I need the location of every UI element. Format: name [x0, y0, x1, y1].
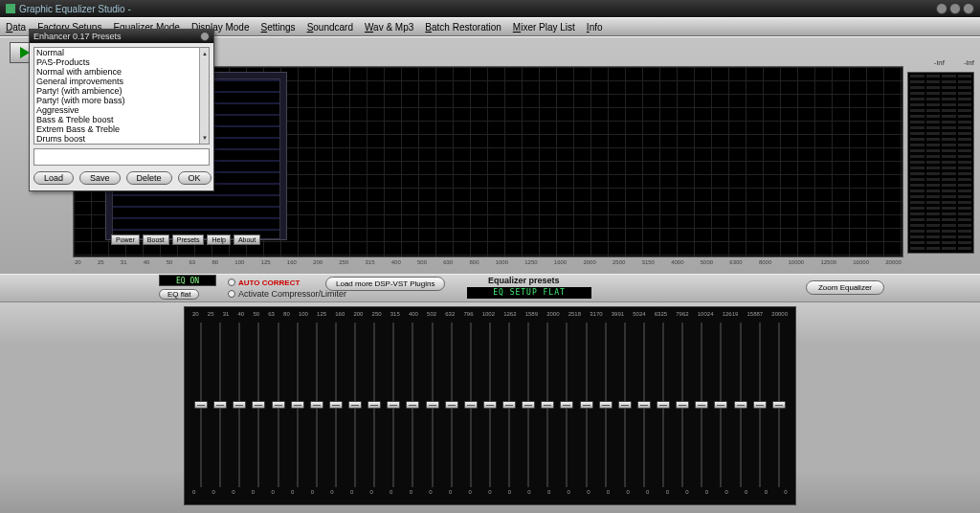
eq-slider[interactable] [770, 321, 788, 489]
list-item[interactable]: Drums boost [35, 134, 208, 144]
eq-slider[interactable] [462, 321, 479, 489]
eq-slider[interactable] [751, 321, 768, 489]
slider-thumb[interactable] [291, 401, 304, 409]
minimize-icon[interactable] [936, 3, 947, 14]
slider-thumb[interactable] [637, 401, 651, 409]
eq-slider[interactable] [578, 321, 595, 489]
scrollbar[interactable] [199, 48, 209, 144]
slider-thumb[interactable] [734, 401, 747, 409]
eq-slider[interactable] [635, 321, 653, 489]
slider-thumb[interactable] [714, 401, 727, 409]
enhancer-power-button[interactable]: Power [111, 234, 140, 245]
enhancer-presets-button[interactable]: Presets [172, 234, 205, 245]
eq-slider[interactable] [674, 321, 691, 489]
slider-thumb[interactable] [599, 401, 612, 409]
slider-thumb[interactable] [618, 401, 632, 409]
slider-thumb[interactable] [348, 401, 362, 409]
eq-slider[interactable] [212, 321, 229, 489]
presets-dialog[interactable]: Enhancer 0.17 Presets NormalPAS-Products… [29, 29, 214, 191]
eq-slider[interactable] [231, 321, 248, 489]
slider-thumb[interactable] [676, 401, 689, 409]
menu-mixer-play-list[interactable]: Mixer Play List [513, 22, 575, 33]
list-item[interactable]: Party! (with more bass) [35, 96, 208, 105]
eq-slider[interactable] [732, 321, 749, 489]
eq-slider[interactable] [501, 321, 518, 489]
eq-slider[interactable] [270, 321, 287, 489]
load-vst-button[interactable]: Load more DSP-VST Plugins [325, 277, 445, 291]
slider-thumb[interactable] [522, 401, 535, 409]
slider-thumb[interactable] [753, 401, 767, 409]
eq-slider[interactable] [192, 321, 210, 489]
list-item[interactable]: Bass & Treble boost [35, 115, 208, 124]
eq-slider[interactable] [308, 321, 325, 489]
radio-auto-correct[interactable] [228, 279, 235, 286]
list-item[interactable]: General improvements [35, 77, 208, 86]
dialog-titlebar[interactable]: Enhancer 0.17 Presets [30, 30, 213, 43]
ok-button[interactable]: OK [178, 171, 212, 185]
eq-slider[interactable] [481, 321, 499, 489]
menu-data[interactable]: Data [6, 22, 26, 33]
maximize-icon[interactable] [949, 3, 961, 14]
eq-slider[interactable] [385, 321, 402, 489]
slider-thumb[interactable] [406, 401, 419, 409]
list-item[interactable]: Extrem Bass & Treble [35, 124, 208, 134]
menu-settings[interactable]: Settings [260, 22, 295, 33]
slider-thumb[interactable] [426, 401, 439, 409]
close-icon[interactable] [963, 3, 974, 14]
eq-slider[interactable] [443, 321, 460, 489]
slider-thumb[interactable] [272, 401, 285, 409]
zoom-equalizer-button[interactable]: Zoom Equalizer [806, 280, 884, 295]
slider-thumb[interactable] [213, 401, 227, 409]
slider-thumb[interactable] [464, 401, 478, 409]
slider-thumb[interactable] [483, 401, 497, 409]
eq-slider[interactable] [558, 321, 575, 489]
list-item[interactable]: PAS-Products [35, 57, 208, 67]
list-item[interactable]: Normal [35, 48, 208, 57]
dialog-close-icon[interactable] [200, 32, 210, 41]
eq-slider[interactable] [655, 321, 672, 489]
eq-slider[interactable] [597, 321, 614, 489]
slider-thumb[interactable] [310, 401, 323, 409]
eq-slider[interactable] [539, 321, 556, 489]
list-item[interactable]: Aggressive [35, 105, 208, 115]
eq-slider[interactable] [289, 321, 306, 489]
list-item[interactable]: Party! (with ambience) [35, 86, 208, 96]
preset-list[interactable]: NormalPAS-ProductsNormal with ambienceGe… [33, 47, 210, 145]
slider-thumb[interactable] [657, 401, 670, 409]
slider-thumb[interactable] [252, 401, 265, 409]
slider-thumb[interactable] [580, 401, 593, 409]
eq-slider[interactable] [520, 321, 537, 489]
slider-thumb[interactable] [772, 401, 786, 409]
menu-soundcard[interactable]: Soundcard [307, 22, 353, 33]
enhancer-boost-button[interactable]: Boost [143, 234, 169, 245]
save-button[interactable]: Save [79, 171, 121, 185]
eq-slider[interactable] [616, 321, 634, 489]
slider-thumb[interactable] [695, 401, 708, 409]
radio-compressor[interactable] [228, 290, 235, 298]
eq-flat-button[interactable]: EQ flat [159, 289, 199, 300]
menu-wav-mp3[interactable]: Wav & Mp3 [365, 22, 413, 33]
enhancer-about-button[interactable]: About [234, 234, 260, 245]
slider-thumb[interactable] [502, 401, 516, 409]
slider-thumb[interactable] [445, 401, 458, 409]
slider-thumb[interactable] [368, 401, 381, 409]
slider-thumb[interactable] [329, 401, 343, 409]
delete-button[interactable]: Delete [126, 171, 172, 185]
slider-thumb[interactable] [233, 401, 246, 409]
load-button[interactable]: Load [33, 171, 74, 185]
eq-slider[interactable] [366, 321, 383, 489]
eq-slider[interactable] [327, 321, 345, 489]
slider-thumb[interactable] [387, 401, 400, 409]
enhancer-help-button[interactable]: Help [207, 234, 230, 245]
list-item[interactable]: Deep Bass boost [35, 144, 208, 145]
slider-thumb[interactable] [560, 401, 573, 409]
list-item[interactable]: Normal with ambience [35, 67, 208, 77]
eq-slider[interactable] [250, 321, 267, 489]
slider-thumb[interactable] [541, 401, 554, 409]
slider-thumb[interactable] [194, 401, 208, 409]
menu-batch-restoration[interactable]: Batch Restoration [425, 22, 501, 33]
preset-name-input[interactable] [33, 148, 210, 166]
eq-slider[interactable] [693, 321, 710, 489]
eq-slider[interactable] [712, 321, 729, 489]
eq-slider[interactable] [346, 321, 364, 489]
